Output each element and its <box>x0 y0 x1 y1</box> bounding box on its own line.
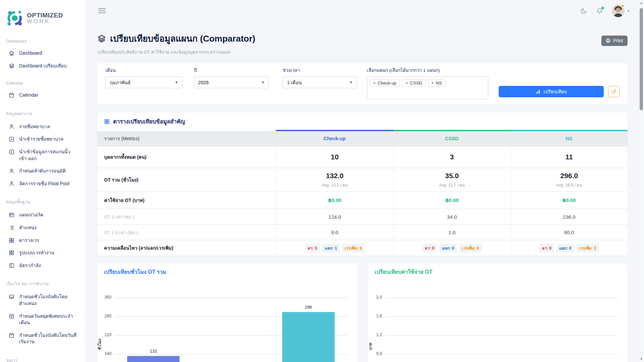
hamburger-menu-icon[interactable] <box>98 7 106 14</box>
y-axis-label: ชั่วโมง <box>97 339 103 350</box>
cell-value: 1.0 <box>393 225 510 240</box>
reset-button[interactable]: ↺ <box>608 86 620 97</box>
remove-chip-icon[interactable]: × <box>373 81 376 86</box>
folder-plus-icon <box>9 149 14 155</box>
person-icon <box>9 168 14 174</box>
folder-plus-icon <box>9 136 14 142</box>
sidebar-section-dashboard: Dashboard <box>0 39 85 44</box>
cell-value: 60.0 <box>510 225 628 240</box>
sidebar-item-float-pool[interactable]: จัดการรายชื่อ Float Pool <box>0 177 85 190</box>
table-row: OT 1.5 เท่า (ชม.) 8.0 1.0 60.0 <box>97 224 628 240</box>
sidebar-item-label: รายชื่อพยาบาล <box>19 123 50 130</box>
sidebar-item-position[interactable]: ตำแหน่ง <box>0 221 85 234</box>
gridline <box>386 354 618 355</box>
sidebar-item-label: นำเข้าข้อมูลการสแกนนิ้วเข้า-ออก <box>19 149 79 162</box>
scroll-down-icon[interactable]: ▼ <box>639 357 644 361</box>
department-multiselect[interactable]: × Check-up × CSSD × NS <box>367 76 488 99</box>
row-label: ค่าใช้จ่าย OT (บาท) <box>97 192 276 209</box>
month-select[interactable]: กุมภาพันธ์ ▼ <box>105 76 183 88</box>
cell-value: 296.0 <box>560 172 578 180</box>
compare-button[interactable]: เปรียบเทียบ <box>499 86 604 97</box>
sidebar-item-forced-hours-by-position[interactable]: กำหนดชั่วโมงบังคับโดยตำแหน่ง <box>0 291 85 310</box>
table-header-row: รายการ (Metrics) Check-up CSSD NS <box>97 131 628 146</box>
ot-cost-chart: บาท 2.01.61.20.8 <box>368 280 628 362</box>
sidebar-item-label: จัดการรายชื่อ Float Pool <box>19 180 69 187</box>
sidebar-section-nurse-data: ข้อมูลพยาบาล <box>0 110 85 117</box>
sidebar-section-shift-request: ขอเวร <box>0 357 85 362</box>
row-label: OT 1 เท่า (ชม.) <box>97 209 276 224</box>
department-chip-cssd[interactable]: × CSSD <box>402 79 426 87</box>
print-button[interactable]: Print <box>601 36 628 46</box>
cell-average: Avg: 26.9 / คน <box>556 182 582 188</box>
row-label: OT 1.5 เท่า (ชม.) <box>97 225 276 240</box>
extra-shift-badge: เวรเพิ่ม: 0 <box>459 244 482 252</box>
period-select[interactable]: 1 เดือน ▼ <box>283 76 357 88</box>
month-select-value: กุมภาพันธ์ <box>110 79 131 86</box>
columns-icon <box>9 263 14 268</box>
row-label: OT รวม (ชั่วโมง) <box>97 168 276 192</box>
extra-shift-badge: เวรเพิ่ม: 2 <box>577 244 599 252</box>
department-chip-ns[interactable]: × NS <box>428 79 445 87</box>
sidebar-item-dashboard[interactable]: Dashboard <box>0 47 85 60</box>
pattern-grid-icon <box>9 250 14 256</box>
ot-cost-chart-card: เปรียบเทียบค่าใช้จ่าย OT บาท 2.01.61.20.… <box>368 263 628 362</box>
cell-value: ฿0.00 <box>393 192 510 209</box>
period-select-value: 1 เดือน <box>287 79 302 86</box>
sidebar-item-calendar[interactable]: Calendar <box>0 89 85 102</box>
topbar: ▾ <box>86 0 644 21</box>
table-row: ค่าใช้จ่าย OT (บาท) ฿0.00 ฿0.00 ฿0.00 <box>97 192 628 209</box>
sidebar-item-nurse-list[interactable]: รายชื่อพยาบาล <box>0 120 85 133</box>
scrollbar-thumb[interactable] <box>640 8 643 110</box>
sidebar-item-import-nurse-list[interactable]: นำเข้ารายชื่อพยาบาล <box>0 133 85 146</box>
chevron-down-icon: ▼ <box>349 81 353 84</box>
table-row: OT รวม (ชั่วโมง) 132.0Avg: 13.2 / คน 35.… <box>97 168 628 192</box>
sidebar-item-approval-order[interactable]: กำหนดลำดับการอนุมัติ <box>0 165 85 177</box>
comparison-table-card: ตารางเปรียบเทียบข้อมูลสำคัญ รายการ (Metr… <box>97 112 628 256</box>
sidebar-item-shift-pattern[interactable]: รูปแบบเวรทำงาน <box>0 247 85 259</box>
home-icon <box>9 50 14 56</box>
notification-badge <box>601 7 604 9</box>
cell-value: 10 <box>276 146 393 168</box>
year-select[interactable]: 2026 ▼ <box>194 76 269 88</box>
avatar-status-badge <box>621 4 624 8</box>
leave-badge: ลา: 0 <box>539 244 554 252</box>
gridline <box>386 316 618 317</box>
brand-logo[interactable]: OPTIMIZED WORK <box>0 7 85 30</box>
y-tick-label: 1.2 <box>368 332 382 337</box>
chevron-down-icon: ▼ <box>175 81 178 84</box>
sidebar-item-department-ward[interactable]: แผนก/วอร์ด <box>0 209 85 221</box>
sidebar-item-import-finger-scan[interactable]: นำเข้าข้อมูลการสแกนนิ้วเข้า-ออก <box>0 146 85 165</box>
layers-icon <box>97 34 106 43</box>
sidebar-item-special-holidays[interactable]: กำหนดวันหยุดพิเศษประจำเดือน <box>0 310 85 329</box>
month-label: เดือน <box>105 66 183 74</box>
table-section-title: ตารางเปรียบเทียบข้อมูลสำคัญ <box>113 117 185 126</box>
y-tick-label: 280 <box>97 314 111 318</box>
sidebar-item-dashboard-compare[interactable]: Dashboard เปรียบเทียบ <box>0 60 85 72</box>
bar-NS <box>282 312 335 362</box>
page-scrollbar[interactable]: ▲ ▼ <box>638 0 644 362</box>
scroll-up-icon[interactable]: ▲ <box>639 1 644 5</box>
optimized-work-logo-icon <box>6 9 23 27</box>
print-button-label: Print <box>613 38 623 43</box>
swap-badge: แลก: 1 <box>322 244 340 252</box>
sidebar-item-label: ตารางเวร <box>19 237 39 244</box>
remove-chip-icon[interactable]: × <box>405 81 408 86</box>
user-menu[interactable]: ▾ <box>612 4 629 17</box>
dark-mode-moon-icon[interactable] <box>580 7 587 14</box>
y-tick-label: 210 <box>97 332 111 337</box>
filter-panel: เดือน กุมภาพันธ์ ▼ ปี 2026 ▼ ช่วงเวลา 1 … <box>97 63 628 105</box>
sidebar-section-work-hour-conditions: เงื่อนไข ชม. การทำงาน <box>0 280 85 287</box>
notifications-bell-icon[interactable] <box>596 7 603 14</box>
chip-label: Check-up <box>378 81 397 86</box>
sidebar-item-manpower[interactable]: อัตรากำลัง <box>0 259 85 272</box>
column-header-cssd: CSSD <box>393 131 510 146</box>
sidebar-item-label: นำเข้ารายชื่อพยาบาล <box>19 136 63 143</box>
sidebar-item-shift-table[interactable]: ตารางเวร <box>0 234 85 247</box>
chip-label: CSSD <box>410 81 422 86</box>
department-chip-checkup[interactable]: × Check-up <box>370 79 400 87</box>
y-tick-label: 0.8 <box>368 351 382 356</box>
calendar-icon <box>9 92 14 98</box>
sidebar-item-forced-hours-by-start-date[interactable]: กำหนดชั่วโมงบังคับโดยวันที่เริ่มงาน <box>0 329 85 348</box>
swap-badge: แลก: 0 <box>556 244 574 252</box>
remove-chip-icon[interactable]: × <box>431 81 434 86</box>
